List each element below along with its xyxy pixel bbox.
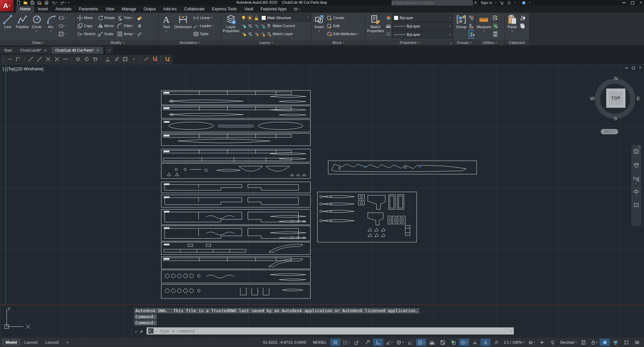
- ribbon-button-explode[interactable]: [137, 22, 142, 30]
- ribbon-button-quickcalc[interactable]: [492, 30, 498, 38]
- ribbon-button-match-layer[interactable]: Match Layer: [241, 30, 310, 38]
- ribbon-tab-home[interactable]: Home: [16, 6, 34, 13]
- command-recent-icon[interactable]: >_: [148, 328, 154, 334]
- status-isolate-objects[interactable]: [548, 339, 558, 346]
- ribbon-button-hatch[interactable]: ▾: [58, 30, 66, 38]
- command-expand-icon[interactable]: ▴: [511, 329, 512, 333]
- status-snap-mode[interactable]: ▾: [341, 339, 351, 346]
- zoom-icon[interactable]: ▾: [633, 175, 640, 184]
- ribbon-button-erase[interactable]: [137, 14, 142, 22]
- ribbon-button-copyclip[interactable]: [520, 22, 525, 30]
- status-dynamic-ucs[interactable]: [470, 339, 480, 346]
- notification-caret-icon[interactable]: ▾: [514, 1, 516, 4]
- layer-lyrarrow-icon[interactable]: [247, 31, 253, 37]
- help-icon[interactable]: ?: [522, 1, 526, 5]
- status-lineweight-display[interactable]: [427, 339, 437, 346]
- qat-open-icon[interactable]: [23, 0, 28, 5]
- osnap-snap-to-none-icon[interactable]: [152, 56, 158, 63]
- status-dynamic-input[interactable]: [362, 339, 372, 346]
- osnap-insert-snap-icon[interactable]: [122, 56, 128, 63]
- linetype-dropdown[interactable]: ByLayer▾: [392, 30, 452, 39]
- ribbon-button-array[interactable]: Array▾: [117, 30, 135, 38]
- osnap-center-icon[interactable]: [74, 56, 81, 63]
- layer-lyrsnow-icon[interactable]: [253, 23, 259, 29]
- ribbon-button-line[interactable]: Line: [1, 14, 14, 29]
- ribbon-options-button[interactable]: ▾: [294, 7, 300, 13]
- layout-tab-layout1[interactable]: Layout1: [20, 339, 42, 346]
- ribbon-tab-add-ins[interactable]: Add-ins: [159, 6, 180, 13]
- viewcube[interactable]: N E S W TOP: [590, 77, 641, 122]
- layout-tab-model[interactable]: Model: [2, 339, 20, 346]
- ribbon-panel-caption-clipboard[interactable]: Clipboard: [505, 40, 529, 45]
- ribbon-button-circle[interactable]: Circle▾: [30, 14, 44, 33]
- layer-lyrarrow-icon[interactable]: [247, 23, 253, 29]
- status-clean-screen[interactable]: [621, 339, 631, 346]
- ribbon-button-group[interactable]: Group: [455, 14, 468, 29]
- viewport-visual-style-control[interactable]: [2D Wireframe]: [16, 67, 44, 71]
- ribbon-button-edit[interactable]: Edit: [327, 22, 358, 30]
- command-input[interactable]: [159, 328, 509, 334]
- new-layout-button[interactable]: +: [63, 339, 72, 346]
- new-drawing-tab-button[interactable]: +: [106, 47, 113, 54]
- ribbon-button-groupedit[interactable]: [469, 22, 475, 30]
- layer-unlock-icon[interactable]: [253, 15, 259, 21]
- viewcube-east[interactable]: E: [637, 95, 640, 101]
- status-3d-object-snap[interactable]: ▾: [459, 339, 469, 346]
- qat-plot-icon[interactable]: [44, 0, 49, 5]
- layer-sun-icon[interactable]: [247, 15, 253, 21]
- status-quick-properties[interactable]: [578, 339, 588, 346]
- ribbon-panel-caption-utilities[interactable]: Utilities▾: [475, 40, 504, 45]
- osnap-endpoint-icon[interactable]: [27, 56, 34, 63]
- ribbon-tab-collaborate[interactable]: Collaborate: [180, 6, 208, 13]
- ribbon-tab-insert[interactable]: Insert: [34, 6, 52, 13]
- status-object-snap-tracking[interactable]: [405, 339, 415, 346]
- viewcube-top-face[interactable]: TOP: [606, 88, 626, 108]
- status-customization[interactable]: [632, 339, 642, 346]
- search-collapse-icon[interactable]: ▸: [393, 1, 394, 4]
- command-window-grip[interactable]: [131, 329, 132, 335]
- doc-close-button[interactable]: ×: [639, 66, 641, 69]
- application-menu-button[interactable]: A▾: [0, 0, 13, 11]
- ribbon-button-linear[interactable]: Linear▾: [193, 14, 214, 22]
- viewport-view-control[interactable]: [Top]: [7, 67, 16, 71]
- ribbon-button-layer-properties[interactable]: LayerProperties: [222, 14, 240, 33]
- ribbon-button-dimension[interactable]: Dimension: [174, 14, 192, 29]
- osnap-extension-icon[interactable]: [62, 56, 69, 63]
- status-selection-cycling[interactable]: [448, 339, 458, 346]
- navigation-wheel-icon[interactable]: ▾: [633, 148, 640, 157]
- ribbon-button-groupsel[interactable]: [469, 30, 475, 39]
- status-units[interactable]: Decimal▾: [559, 339, 578, 346]
- viewcube-south[interactable]: S: [614, 116, 617, 121]
- ribbon-button-trim[interactable]: Trim▾: [117, 14, 135, 22]
- ribbon-button-rotate[interactable]: Rotate: [98, 14, 115, 22]
- help-caret-icon[interactable]: ▾: [529, 1, 530, 4]
- ribbon-button-idpoint[interactable]: [492, 22, 498, 30]
- osnap-osnap-settings-icon[interactable]: [164, 56, 171, 63]
- close-button[interactable]: ×: [640, 1, 642, 4]
- ribbon-panel-caption-annotation[interactable]: Annotation▾: [159, 40, 221, 45]
- ribbon-button-polyline[interactable]: Polyline: [15, 14, 30, 29]
- layer-lyrlock-icon[interactable]: [260, 23, 266, 29]
- status-lock-ui[interactable]: ▾: [589, 339, 599, 346]
- notification-bell-icon[interactable]: [507, 1, 511, 5]
- layer-lyrstack-icon[interactable]: [266, 23, 272, 29]
- command-window-close-icon[interactable]: ×: [135, 330, 137, 334]
- ribbon-button-make-current[interactable]: Make Current: [241, 22, 310, 30]
- sign-in-caret-icon[interactable]: ▾: [495, 1, 496, 4]
- osnap-apparent-intersection-icon[interactable]: [53, 56, 60, 63]
- pan-icon[interactable]: ▾: [633, 161, 640, 170]
- ribbon-button-edit-attributes[interactable]: Edit Attributes▾: [327, 30, 358, 38]
- dialog-launcher-icon[interactable]: ↘: [450, 41, 452, 45]
- osnap-perpendicular-icon[interactable]: [104, 56, 111, 63]
- status-hardware-acceleration[interactable]: [610, 339, 621, 346]
- osnap-snap-from-icon[interactable]: [15, 56, 21, 63]
- ribbon-panel-caption-block[interactable]: Block▾: [311, 40, 365, 45]
- command-recent-caret-icon[interactable]: ▾: [155, 330, 157, 333]
- ribbon-button-table[interactable]: Table: [193, 30, 214, 38]
- viewcube-west[interactable]: W: [590, 95, 595, 101]
- status-workspace-switching[interactable]: ▾: [526, 339, 536, 346]
- ribbon-panel-caption-modify[interactable]: Modify▾: [76, 40, 158, 45]
- ltI-icon[interactable]: [385, 30, 392, 38]
- osnap-intersection-icon[interactable]: [45, 56, 51, 63]
- osnap-quadrant-icon[interactable]: [83, 56, 90, 63]
